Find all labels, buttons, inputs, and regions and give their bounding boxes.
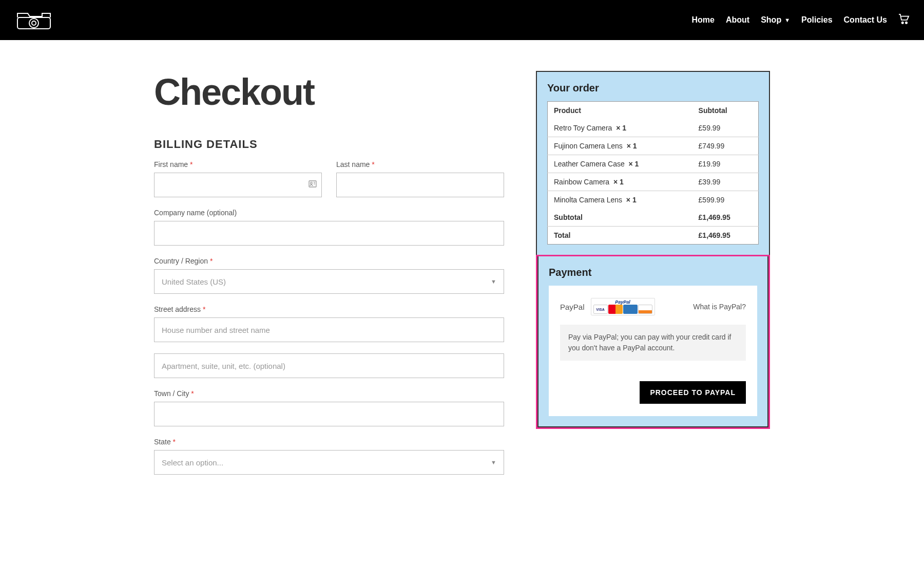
cart-icon[interactable]	[898, 14, 910, 26]
order-subtotal-label: Subtotal	[548, 209, 692, 227]
state-label: State *	[154, 438, 504, 446]
mastercard-icon	[608, 305, 623, 314]
city-input[interactable]	[154, 402, 504, 426]
sidebar: Your order Product Subtotal Retro Toy Ca…	[536, 71, 770, 429]
order-item-name: Rainbow Camera × 1	[548, 173, 692, 191]
street-input-2[interactable]	[154, 353, 504, 378]
order-item-row: Fujinon Camera Lens × 1£749.99	[548, 137, 759, 155]
order-header-product: Product	[548, 102, 692, 120]
contact-card-icon	[309, 180, 317, 190]
svg-point-3	[902, 22, 903, 24]
nav-policies[interactable]: Policies	[801, 15, 832, 25]
order-total-value: £1,469.95	[692, 227, 759, 245]
payment-description: Pay via PayPal; you can pay with your cr…	[560, 325, 746, 361]
svg-rect-0	[17, 17, 50, 29]
last-name-input[interactable]	[336, 173, 504, 197]
camera-icon	[14, 9, 53, 31]
chevron-down-icon: ▼	[784, 17, 790, 23]
order-summary: Your order Product Subtotal Retro Toy Ca…	[536, 71, 770, 256]
svg-point-2	[32, 21, 36, 25]
order-item-price: £749.99	[692, 137, 759, 155]
order-item-name: Minolta Camera Lens × 1	[548, 191, 692, 209]
svg-point-4	[906, 22, 907, 24]
first-name-label: First name *	[154, 160, 322, 168]
order-title: Your order	[547, 82, 759, 94]
nav-shop-label[interactable]: Shop	[761, 15, 781, 25]
payment-method-label: PayPal	[560, 303, 585, 311]
header: Home About Shop ▼ Policies Contact Us	[0, 0, 924, 40]
order-item-row: Rainbow Camera × 1£39.99	[548, 173, 759, 191]
amex-icon	[623, 305, 638, 314]
order-item-price: £599.99	[692, 191, 759, 209]
what-is-paypal-link[interactable]: What is PayPal?	[693, 303, 746, 311]
payment-cards-icon: PayPal VISA	[591, 298, 655, 315]
order-item-name: Fujinon Camera Lens × 1	[548, 137, 692, 155]
country-value: United States (US)	[162, 277, 226, 286]
order-item-price: £39.99	[692, 173, 759, 191]
order-item-price: £19.99	[692, 155, 759, 173]
page-title: Checkout	[154, 71, 504, 113]
state-placeholder: Select an option...	[162, 458, 223, 467]
nav-about[interactable]: About	[726, 15, 749, 25]
caret-down-icon: ▼	[491, 278, 496, 285]
proceed-to-paypal-button[interactable]: PROCEED TO PAYPAL	[640, 381, 746, 404]
order-item-name: Leather Camera Case × 1	[548, 155, 692, 173]
billing-heading: BILLING DETAILS	[154, 138, 504, 151]
last-name-label: Last name *	[336, 160, 504, 168]
nav-contact[interactable]: Contact Us	[844, 15, 887, 25]
discover-icon	[638, 305, 652, 314]
order-item-row: Retro Toy Camera × 1£59.99	[548, 119, 759, 137]
city-label: Town / City *	[154, 389, 504, 398]
street-input-1[interactable]	[154, 317, 504, 342]
nav-home[interactable]: Home	[692, 15, 715, 25]
logo[interactable]	[14, 9, 53, 31]
first-name-input[interactable]	[154, 173, 322, 197]
paypal-mini-label: PayPal	[615, 299, 630, 305]
visa-icon: VISA	[593, 305, 608, 314]
company-input[interactable]	[154, 221, 504, 246]
caret-down-icon: ▼	[491, 459, 496, 465]
company-label: Company name (optional)	[154, 209, 504, 217]
order-item-price: £59.99	[692, 119, 759, 137]
order-subtotal-value: £1,469.95	[692, 209, 759, 227]
state-select[interactable]: Select an option... ▼	[154, 450, 504, 475]
payment-box: PayPal PayPal VISA W	[549, 286, 757, 416]
checkout-main: Checkout BILLING DETAILS First name *	[154, 71, 504, 486]
order-item-row: Minolta Camera Lens × 1£599.99	[548, 191, 759, 209]
street-label: Street address *	[154, 305, 504, 313]
main-nav: Home About Shop ▼ Policies Contact Us	[692, 14, 910, 26]
country-label: Country / Region *	[154, 257, 504, 265]
order-total-label: Total	[548, 227, 692, 245]
svg-point-1	[29, 18, 38, 28]
nav-shop[interactable]: Shop ▼	[761, 15, 790, 25]
payment-title: Payment	[549, 267, 757, 278]
order-table: Product Subtotal Retro Toy Camera × 1£59…	[547, 101, 759, 245]
order-item-name: Retro Toy Camera × 1	[548, 119, 692, 137]
order-item-row: Leather Camera Case × 1£19.99	[548, 155, 759, 173]
payment-highlight: Payment PayPal PayPal VISA	[536, 255, 770, 429]
svg-point-6	[311, 182, 313, 184]
order-header-subtotal: Subtotal	[692, 102, 759, 120]
country-select[interactable]: United States (US) ▼	[154, 269, 504, 294]
